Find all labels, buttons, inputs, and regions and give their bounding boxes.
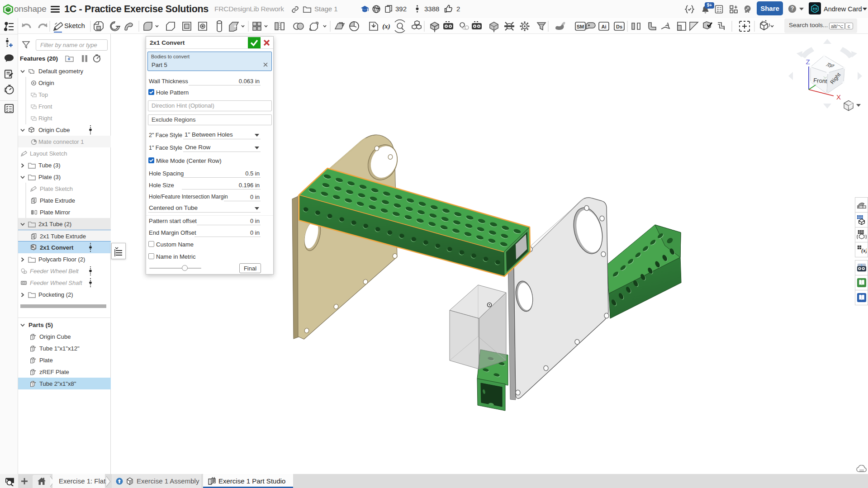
- svg-text:SM: SM: [577, 24, 584, 29]
- svg-text:Ai: Ai: [602, 24, 607, 29]
- svg-text:(x): (x): [861, 247, 867, 254]
- svg-text:(x): (x): [382, 23, 390, 30]
- svg-text:Ds: Ds: [616, 24, 622, 29]
- svg-text:?: ?: [791, 5, 794, 12]
- svg-text:X: X: [836, 93, 841, 101]
- svg-text:Z: Z: [806, 58, 810, 66]
